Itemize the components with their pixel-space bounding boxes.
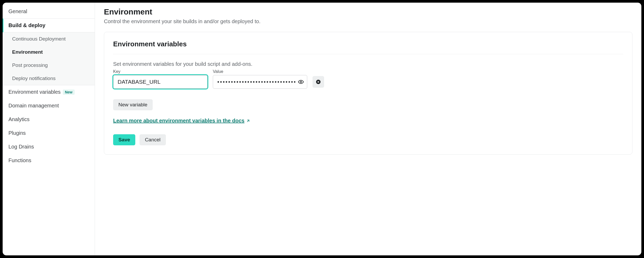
env-variables-card: Environment variables Set environment va… <box>104 32 632 155</box>
card-actions: Save Cancel <box>113 134 623 145</box>
sidebar-item-log-drains[interactable]: Log Drains <box>3 140 95 154</box>
close-circle-icon <box>316 79 321 85</box>
sidebar-subitem-post-processing[interactable]: Post processing <box>3 59 95 72</box>
key-field: Key <box>113 69 208 89</box>
new-badge: New <box>63 90 75 95</box>
sidebar-subitem-continuous-deployment[interactable]: Continuous Deployment <box>3 32 95 46</box>
sidebar-item-environment-variables[interactable]: Environment variables New <box>3 85 95 99</box>
sidebar-item-functions[interactable]: Functions <box>3 154 95 167</box>
card-description: Set environment variables for your build… <box>113 61 623 67</box>
sidebar-subgroup-build-deploy: Continuous Deployment Environment Post p… <box>3 32 95 85</box>
card-title: Environment variables <box>113 40 623 54</box>
key-label: Key <box>113 69 208 74</box>
eye-icon <box>298 79 304 85</box>
value-input[interactable] <box>213 75 307 89</box>
key-input[interactable] <box>113 75 208 89</box>
sidebar-subitem-deploy-notifications[interactable]: Deploy notifications <box>3 72 95 85</box>
save-button[interactable]: Save <box>113 134 135 145</box>
sidebar-item-analytics[interactable]: Analytics <box>3 113 95 126</box>
sidebar-item-build-deploy[interactable]: Build & deploy <box>3 18 95 32</box>
sidebar-item-domain-management[interactable]: Domain management <box>3 99 95 113</box>
new-variable-button[interactable]: New variable <box>113 99 153 110</box>
app-frame: General Build & deploy Continuous Deploy… <box>3 3 641 255</box>
value-field: Value <box>213 69 307 89</box>
settings-sidebar: General Build & deploy Continuous Deploy… <box>3 3 95 255</box>
remove-variable-button[interactable] <box>313 76 324 88</box>
reveal-value-button[interactable] <box>297 78 305 86</box>
sidebar-subitem-environment[interactable]: Environment <box>3 46 95 59</box>
sidebar-item-label: Environment variables <box>8 89 61 95</box>
value-input-wrap <box>213 75 307 89</box>
docs-link-text: Learn more about environment variables i… <box>113 118 244 124</box>
value-label: Value <box>213 69 307 74</box>
docs-link[interactable]: Learn more about environment variables i… <box>113 118 250 124</box>
svg-point-0 <box>300 81 302 83</box>
cancel-button[interactable]: Cancel <box>140 134 166 145</box>
main-content: Environment Control the environment your… <box>95 3 641 255</box>
page-subtitle: Control the environment your site builds… <box>104 18 632 24</box>
sidebar-item-general[interactable]: General <box>3 5 95 18</box>
variable-row: Key Value <box>113 69 623 89</box>
page-title: Environment <box>104 7 632 16</box>
sidebar-item-plugins[interactable]: Plugins <box>3 126 95 140</box>
external-link-icon <box>246 119 250 123</box>
